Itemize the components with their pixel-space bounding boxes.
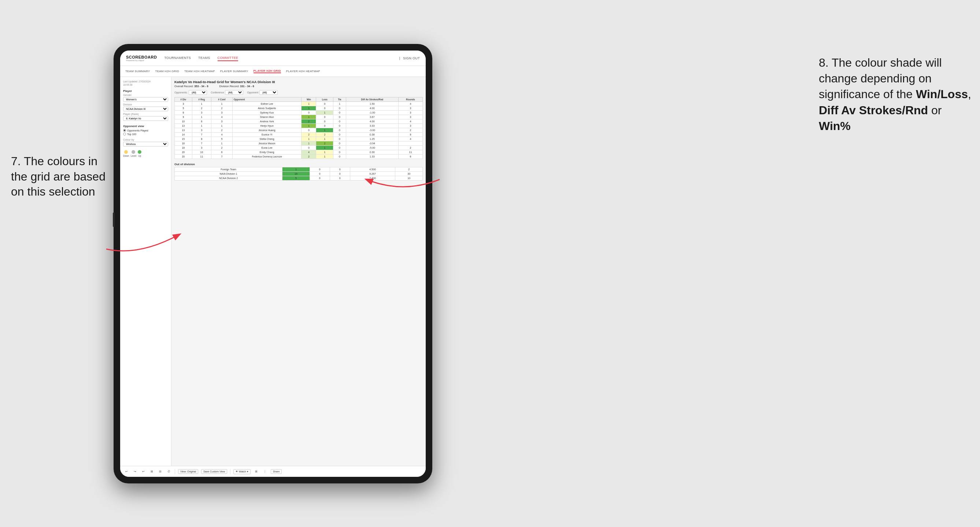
tablet-side-button (113, 213, 115, 227)
paste-btn[interactable]: ⊟ (158, 469, 163, 474)
nav-separator: | (399, 56, 400, 60)
nav-items: TOURNAMENTS TEAMS COMMITTEE (164, 55, 399, 61)
bottom-toolbar: ↩ ↪ ↩ ⊞ ⊟ ⏱ View: Original Save Custom V… (120, 466, 426, 477)
grid-btn[interactable]: ⊞ (253, 469, 259, 474)
out-of-division-header: Out of division (174, 163, 423, 166)
annotation-right: 8. The colour shade will change dependin… (819, 55, 973, 134)
sub-nav-team-h2h-heatmap[interactable]: TEAM H2H HEATMAP (184, 70, 215, 73)
table-row: 1332 Jessica Huang 0 1 0 -3.00 2 (175, 128, 423, 133)
right-panel: Katelyn Vo Head-to-Head Grid for Women's… (172, 77, 426, 466)
overall-record-label: Overall Record: 353 - 34 - 6 (174, 84, 208, 88)
player-rank-select[interactable]: 8. Katelyn Vo (123, 116, 168, 121)
table-row: 522 Alexis Sudjianto 1 0 0 4.00 3 (175, 106, 423, 111)
legend-circle-level (132, 150, 135, 154)
table-row: 633 Sydney Kuo 0 1 0 -1.00 3 (175, 111, 423, 115)
radio-opponents-played[interactable]: Opponents Played (123, 129, 168, 132)
opponent-select[interactable]: (All) (259, 90, 278, 95)
sign-out[interactable]: Sign out (403, 56, 420, 61)
table-row: Foreign Team 1 0 0 4.500 2 (175, 167, 423, 172)
nav-item-tournaments[interactable]: TOURNAMENTS (164, 55, 191, 61)
colour-by-select[interactable]: Win/loss (123, 142, 168, 146)
sub-nav-player-summary[interactable]: PLAYER SUMMARY (220, 70, 248, 73)
th-div: # Div (175, 97, 192, 102)
legend-circle-down (124, 150, 128, 154)
main-data-table: # Div # Reg # Conf Opponent Win Loss Tie… (174, 97, 423, 159)
opponents-select[interactable]: (All) (189, 90, 207, 95)
logo-text: SCOREBOARD (126, 55, 157, 59)
legend-circle-up (138, 150, 142, 154)
left-panel: Last Updated: 27/03/2024 16:55:38 Player… (120, 77, 172, 466)
clock-btn[interactable]: ⏱ (166, 469, 172, 474)
record-row: Overall Record: 353 - 34 - 6 Division Re… (174, 84, 423, 88)
share-btn[interactable]: Share (271, 469, 282, 474)
last-updated: Last Updated: 27/03/2024 16:55:38 (123, 80, 168, 86)
th-loss: Loss (316, 97, 333, 102)
save-custom-btn[interactable]: Save Custom View (201, 469, 227, 474)
table-row: 1671 Jessica Mason 1 2 0 -0.94 (175, 141, 423, 146)
th-conf: # Conf (212, 97, 232, 102)
view-original-btn[interactable]: View: Original (178, 469, 198, 474)
division-select[interactable]: NCAA Division III (123, 106, 168, 111)
sub-nav: TEAM SUMMARY TEAM H2H GRID TEAM H2H HEAT… (120, 66, 426, 77)
legend: Down Level Up (123, 150, 168, 157)
nav-item-teams[interactable]: TEAMS (198, 55, 210, 61)
division-record-label: Division Record: 331 - 34 - 6 (220, 84, 254, 88)
table-row: 1474 Eunice Yi 2 2 0 0.38 9 (175, 133, 423, 137)
colour-by-label: Colour by (123, 138, 168, 141)
filters-row: Opponents: (All) Conference (All) Oppone… (174, 90, 423, 95)
legend-up: Up (138, 150, 142, 157)
table-row: 914 Sharon Mun 1 0 0 3.67 3 (175, 115, 423, 119)
sub-nav-player-h2h-heatmap[interactable]: PLAYER H2H HEATMAP (286, 70, 320, 73)
th-rounds: Rounds (398, 97, 422, 102)
main-content: Last Updated: 27/03/2024 16:55:38 Player… (120, 77, 426, 466)
th-reg: # Reg (192, 97, 211, 102)
sub-nav-team-h2h-grid[interactable]: TEAM H2H GRID (155, 70, 179, 73)
sub-nav-player-h2h-grid[interactable]: PLAYER H2H GRID (253, 69, 281, 73)
opponent-view-title: Opponent view (123, 124, 168, 128)
gender-select[interactable]: Women's (123, 97, 168, 102)
nav-right: | Sign out (399, 56, 420, 61)
nav-item-committee[interactable]: COMMITTEE (218, 55, 239, 61)
tablet-screen: SCOREBOARD Powered by clippd TOURNAMENTS… (120, 51, 426, 477)
th-opponent: Opponent (232, 97, 302, 102)
table-row: NCAA Division 2 5 0 0 7.400 10 (175, 176, 423, 181)
radio-top100[interactable]: Top 100 (123, 133, 168, 135)
separator1 (175, 469, 175, 474)
th-win: Win (302, 97, 316, 102)
opponent-label: Opponent (247, 91, 258, 94)
watch-btn[interactable]: 👁 Watch ▾ (233, 469, 251, 474)
th-diff: Diff Av Strokes/Rnd (346, 97, 398, 102)
settings-btn[interactable]: ⋮ (262, 469, 268, 474)
colour-section: Colour by Win/loss (123, 138, 168, 148)
opponent-view-section: Opponent view Opponents Played Top 100 (123, 124, 168, 135)
grid-title: Katelyn Vo Head-to-Head Grid for Women's… (174, 80, 423, 84)
ood-table: Foreign Team 1 0 0 4.500 2 NAIA Division… (174, 167, 423, 181)
table-row: NAIA Division 1 15 0 0 9.267 30 (175, 172, 423, 176)
logo-sub: Powered by clippd (126, 59, 157, 62)
table-row: 311 Esther Lee 1 0 1 1.50 4 (175, 102, 423, 106)
copy-btn[interactable]: ⊞ (149, 469, 154, 474)
sub-nav-team-summary[interactable]: TEAM SUMMARY (125, 70, 150, 73)
table-row: 20106 Emily Chang 4 1 0 0.30 11 (175, 150, 423, 154)
separator2 (230, 469, 231, 474)
filter-opponents: Opponents: (All) (174, 90, 207, 95)
undo2-btn[interactable]: ↩ (141, 469, 146, 474)
legend-down: Down (123, 150, 129, 157)
legend-level: Level (131, 150, 137, 157)
th-tie: Tie (333, 97, 346, 102)
radio-dot-played (123, 129, 126, 132)
gender-label: Gender (123, 94, 168, 96)
player-section-title: Player (123, 89, 168, 93)
redo-btn[interactable]: ↪ (132, 469, 138, 474)
nav-bar: SCOREBOARD Powered by clippd TOURNAMENTS… (120, 51, 426, 66)
conference-select[interactable]: (All) (225, 90, 243, 95)
tablet-frame: SCOREBOARD Powered by clippd TOURNAMENTS… (114, 44, 432, 483)
table-row: 1311 Heejo Hyun 1 0 0 3.33 3 (175, 124, 423, 128)
table-row: 1585 Stella Cheng 1 1 0 1.25 4 (175, 137, 423, 141)
radio-dot-top100 (123, 133, 126, 135)
table-row: 20117 Federica Domecq Lacroze 2 1 0 1.33… (175, 154, 423, 159)
undo-btn[interactable]: ↩ (124, 469, 129, 474)
division-label: Division (123, 103, 168, 106)
filter-opponent: Opponent (All) (247, 90, 278, 95)
logo-area: SCOREBOARD Powered by clippd (126, 55, 157, 62)
